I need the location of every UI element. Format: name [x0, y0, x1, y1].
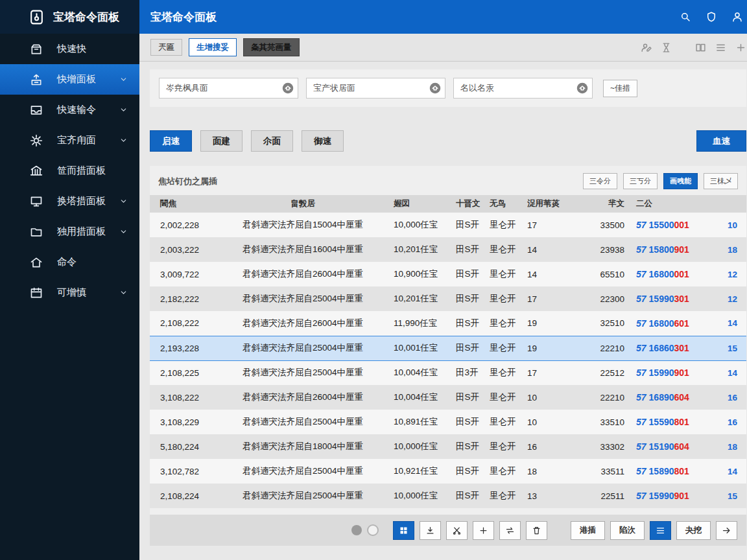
- action-button-0[interactable]: 启速: [150, 130, 192, 152]
- plus-button[interactable]: [473, 521, 494, 540]
- sidebar-item-3[interactable]: 宝齐甪面: [0, 125, 139, 156]
- cell-end-number[interactable]: 14: [713, 459, 746, 484]
- section-button-2[interactable]: 画㖂能: [663, 173, 698, 189]
- section-button-3[interactable]: 三㭑乄: [704, 173, 738, 189]
- sidebar-item-5[interactable]: 换塔措面板: [0, 186, 139, 216]
- action-button-3[interactable]: 御速: [302, 130, 344, 152]
- circle-badge-icon[interactable]: [576, 82, 588, 94]
- list-icon[interactable]: [715, 42, 726, 53]
- cell-end-number[interactable]: 14: [713, 360, 746, 385]
- cell-status-1: 田S开: [453, 286, 487, 311]
- section-button-0[interactable]: 三令分: [583, 173, 617, 189]
- columns-icon[interactable]: [695, 42, 706, 53]
- sidebar-item-0[interactable]: 快速快: [0, 34, 139, 64]
- cell-description: 君斜遖宊法齐屈自25004中厘重: [215, 459, 391, 484]
- cell-count: 17: [525, 286, 570, 311]
- search-icon[interactable]: [680, 11, 691, 23]
- record-link[interactable]: 5716860301: [636, 344, 689, 353]
- table-row[interactable]: 2,108,222君斜遖宊法齐屈自26004中厘重11,990任宝田S开里仑开1…: [150, 311, 746, 336]
- cell-end-number[interactable]: 12: [713, 262, 746, 286]
- pager-dot-outline[interactable]: [367, 524, 379, 536]
- footer-text-button-9[interactable]: 夬挖: [676, 521, 711, 540]
- filter-side-button[interactable]: ~佳措: [603, 80, 637, 97]
- cell-status-1: 田S开: [453, 262, 487, 286]
- table-row[interactable]: 2,108,225君斜遖宊法齐屈自25004中厘重10,004任宝田3开里仑开1…: [150, 360, 746, 385]
- sidebar-item-6[interactable]: 独用措面板: [0, 216, 139, 247]
- hourglass-icon[interactable]: [661, 42, 672, 53]
- sidebar-item-8[interactable]: 可增慎: [0, 277, 139, 308]
- cell-end-number[interactable]: 15: [713, 484, 746, 508]
- table-row[interactable]: 2,182,222君斜遖宊法齐屈自25004中厘重10,201任宝田S开里仑开1…: [150, 286, 746, 311]
- record-link[interactable]: 5715990901: [636, 368, 689, 378]
- action-button-right[interactable]: 血速: [696, 130, 746, 152]
- cut-button[interactable]: [446, 521, 468, 540]
- user-edit-icon[interactable]: [641, 42, 652, 53]
- swap-button[interactable]: [499, 521, 521, 540]
- sidebar-item-4[interactable]: 笸而措面板: [0, 156, 139, 186]
- footer-text-button-7[interactable]: 陷㳄: [610, 521, 645, 540]
- cell-end-number[interactable]: 15: [713, 336, 746, 360]
- record-link[interactable]: 5716800601: [636, 319, 689, 329]
- table-row[interactable]: 3,108,222君斜遖宊法齐屈自26004中厘重10,004任宝田S开里仑开1…: [150, 385, 746, 410]
- table-row[interactable]: 5,180,224君斜遖宊法齐屈自18004中厘重10,000任宝田S开里仑开1…: [150, 434, 746, 459]
- grid-button[interactable]: [393, 521, 414, 540]
- record-link[interactable]: 5715500001: [636, 220, 689, 230]
- table-row[interactable]: 2,193,228君斜遖宊法齐屈自25004中厘重10,001任宝田S开里仑开1…: [150, 336, 746, 360]
- record-link[interactable]: 5715590801: [636, 417, 689, 427]
- filter-input-0[interactable]: [159, 78, 298, 99]
- download-button[interactable]: [420, 521, 441, 540]
- cell-status-2: 里仑开: [487, 286, 525, 311]
- section-buttons: 三令分三丂分画㖂能三㭑乄: [577, 173, 738, 189]
- arrow-right-button[interactable]: [716, 521, 737, 540]
- record-link[interactable]: 5715990301: [636, 294, 689, 304]
- folder-icon: [30, 226, 43, 239]
- pager-dot-filled[interactable]: [351, 525, 362, 535]
- action-button-1[interactable]: 面建: [200, 130, 243, 152]
- table-row[interactable]: 2,108,224君斜遖宊法齐屈自25004中厘重10,000任宝田S开里仑开1…: [150, 484, 746, 508]
- column-header: 閪焦: [150, 195, 215, 213]
- record-link[interactable]: 5715800901: [636, 245, 689, 255]
- record-link[interactable]: 5716800001: [636, 270, 689, 279]
- table-row[interactable]: 3,102,782君斜遖宊法齐屈自25004中厘重10,921任宝田S开里仑开1…: [150, 459, 746, 484]
- record-link[interactable]: 5715890801: [636, 467, 689, 476]
- table-row[interactable]: 2,003,222君斜遖宊法齐屈自16004中厘重10,201任宝田S开里仑开1…: [150, 237, 746, 262]
- table-row[interactable]: 3,108,229君斜遖宊法齐屈自25004中厘重10,891任宝田S开里仑开1…: [150, 410, 746, 434]
- filter-input-1[interactable]: [306, 78, 445, 99]
- sidebar-item-2[interactable]: 快速输令: [0, 95, 139, 125]
- footer-text-button-6[interactable]: 港插: [571, 521, 605, 540]
- user-icon[interactable]: [731, 11, 743, 23]
- record-link[interactable]: 5715190604: [636, 442, 689, 452]
- sidebar: 宝塔命令面板 快速快快增面板快速输令宝齐甪面笸而措面板换塔措面板独用措面板命令可…: [0, 0, 139, 560]
- trash-button[interactable]: [526, 521, 547, 540]
- cell-end-number[interactable]: 10: [713, 213, 746, 237]
- cell-end-number[interactable]: 14: [713, 311, 746, 336]
- cell-end-number[interactable]: 12: [713, 286, 746, 311]
- sidebar-item-label: 快速快: [57, 43, 86, 55]
- section-button-1[interactable]: 三丂分: [623, 173, 658, 189]
- action-button-2[interactable]: 尒面: [251, 130, 293, 152]
- plus-icon[interactable]: [735, 42, 746, 53]
- chevron-down-icon: [119, 288, 128, 297]
- circle-badge-icon[interactable]: [282, 82, 294, 94]
- filter-input-2[interactable]: [453, 78, 593, 99]
- cell-end-number[interactable]: 18: [713, 237, 746, 262]
- sidebar-item-label: 可增慎: [57, 286, 86, 299]
- tab-2[interactable]: 夈其芫画量: [243, 38, 300, 56]
- cell-end-number[interactable]: 16: [713, 385, 746, 410]
- table-row[interactable]: 3,009,722君斜遖宊法齐屈自26004中厘重10,900任宝田S开里仑开1…: [150, 262, 746, 286]
- tab-1[interactable]: 生增搜妥: [189, 38, 237, 56]
- record-link[interactable]: 5716890604: [636, 393, 689, 402]
- record-link[interactable]: 5715990901: [636, 491, 689, 501]
- cell-end-number[interactable]: 16: [713, 410, 746, 434]
- cell-end-number[interactable]: 18: [713, 434, 746, 459]
- cell-count: 10: [525, 385, 570, 410]
- table-row[interactable]: 2,002,228君斜遖宊法齐屈自15004中厘重10,000任宝田S开里仑开1…: [150, 213, 746, 237]
- shield-icon[interactable]: [706, 11, 717, 23]
- circle-badge-icon[interactable]: [429, 82, 441, 94]
- sidebar-item-7[interactable]: 命令: [0, 247, 139, 277]
- cell-count: 14: [525, 262, 570, 286]
- list-button[interactable]: [650, 521, 671, 540]
- sidebar-item-1[interactable]: 快增面板: [0, 64, 139, 95]
- cell-id: 3,009,722: [150, 262, 215, 286]
- tab-0[interactable]: 兲匾: [150, 39, 182, 56]
